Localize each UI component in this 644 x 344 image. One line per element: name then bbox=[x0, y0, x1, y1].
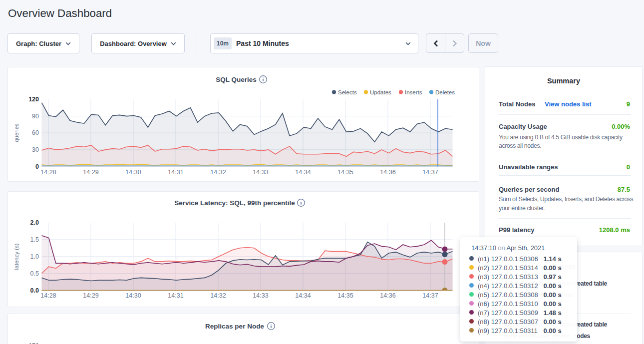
svg-text:Updates: Updates bbox=[370, 89, 391, 95]
svg-text:14:30: 14:30 bbox=[125, 169, 141, 176]
svg-text:14:37: 14:37 bbox=[422, 292, 438, 299]
svg-text:14:33: 14:33 bbox=[253, 169, 268, 176]
svg-text:14:31: 14:31 bbox=[168, 169, 183, 176]
svg-text:Inserts: Inserts bbox=[405, 89, 422, 95]
svg-text:queries: queries bbox=[13, 123, 19, 142]
svg-text:0.5: 0.5 bbox=[30, 270, 39, 277]
svg-text:14:36: 14:36 bbox=[380, 169, 395, 176]
svg-text:14:28: 14:28 bbox=[40, 169, 56, 176]
svg-text:1.5: 1.5 bbox=[30, 236, 39, 243]
svg-text:14:30: 14:30 bbox=[125, 292, 141, 299]
svg-text:14:32: 14:32 bbox=[210, 169, 226, 176]
svg-text:latency (s): latency (s) bbox=[13, 243, 19, 270]
svg-text:14:34: 14:34 bbox=[295, 292, 311, 299]
svg-text:Deletes: Deletes bbox=[435, 89, 455, 95]
svg-text:0.0: 0.0 bbox=[30, 287, 39, 294]
svg-text:14:29: 14:29 bbox=[83, 292, 98, 299]
svg-text:Selects: Selects bbox=[338, 89, 357, 95]
svg-text:14:32: 14:32 bbox=[210, 292, 226, 299]
svg-text:14:29: 14:29 bbox=[83, 169, 98, 176]
svg-text:90: 90 bbox=[32, 113, 39, 120]
svg-text:14:36: 14:36 bbox=[380, 292, 395, 299]
svg-text:SQL Queries: SQL Queries bbox=[216, 76, 257, 83]
svg-text:0: 0 bbox=[35, 163, 39, 170]
svg-text:14:37: 14:37 bbox=[422, 169, 438, 176]
svg-text:Replicas per Node: Replicas per Node bbox=[205, 323, 264, 330]
svg-text:Service Latency: SQL, 99th per: Service Latency: SQL, 99th percentile bbox=[174, 199, 295, 207]
svg-text:14:34: 14:34 bbox=[295, 169, 311, 176]
svg-text:14:28: 14:28 bbox=[40, 292, 56, 299]
svg-text:14:33: 14:33 bbox=[253, 292, 268, 299]
svg-text:1.0: 1.0 bbox=[30, 253, 39, 260]
svg-text:14:35: 14:35 bbox=[337, 169, 353, 176]
svg-text:14:35: 14:35 bbox=[337, 292, 353, 299]
svg-text:60: 60 bbox=[32, 129, 39, 136]
svg-text:30: 30 bbox=[32, 146, 39, 153]
svg-text:2.0: 2.0 bbox=[30, 219, 39, 226]
svg-text:120: 120 bbox=[28, 96, 39, 103]
svg-text:14:31: 14:31 bbox=[168, 292, 183, 299]
